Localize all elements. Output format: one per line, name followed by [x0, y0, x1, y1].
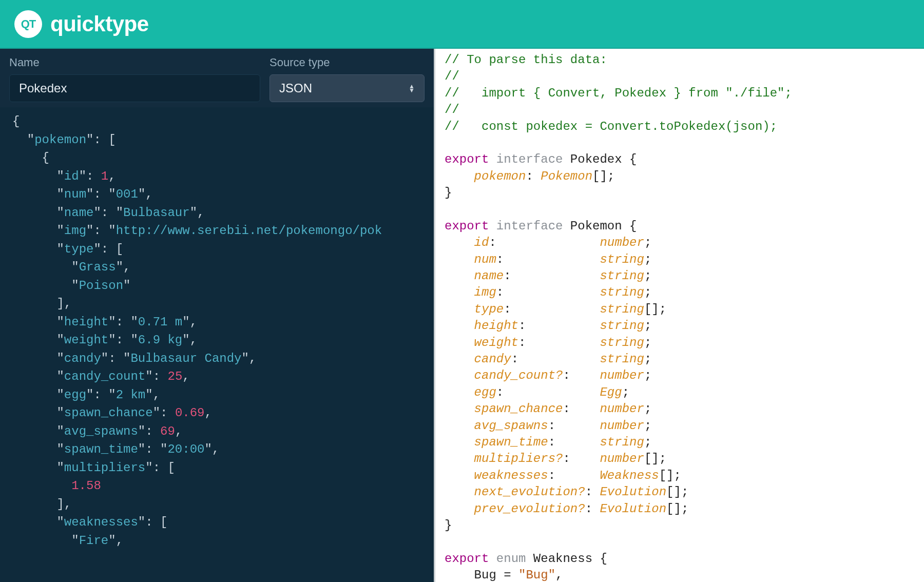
- input-panel: Name Source type JSON ▲▼ { "pokemon": [ …: [0, 49, 435, 582]
- logo-abbrev: QT: [21, 17, 36, 31]
- generated-code-panel[interactable]: // To parse this data://// import { Conv…: [435, 49, 924, 582]
- app-header: QT quicktype: [0, 0, 924, 49]
- brand-name: quicktype: [50, 12, 149, 36]
- source-type-select[interactable]: JSON ▲▼: [270, 74, 425, 102]
- main-area: Name Source type JSON ▲▼ { "pokemon": [ …: [0, 49, 924, 582]
- source-type-value: JSON: [279, 81, 409, 95]
- json-source-editor[interactable]: { "pokemon": [ { "id": 1, "num": "001", …: [0, 107, 434, 582]
- source-type-control: Source type JSON ▲▼: [270, 56, 425, 102]
- select-caret-icon: ▲▼: [409, 84, 415, 92]
- input-controls: Name Source type JSON ▲▼: [0, 49, 434, 107]
- source-type-label: Source type: [270, 56, 425, 69]
- logo-icon: QT: [14, 10, 42, 38]
- name-input[interactable]: [9, 74, 260, 102]
- name-label: Name: [9, 56, 260, 69]
- name-control: Name: [9, 56, 260, 102]
